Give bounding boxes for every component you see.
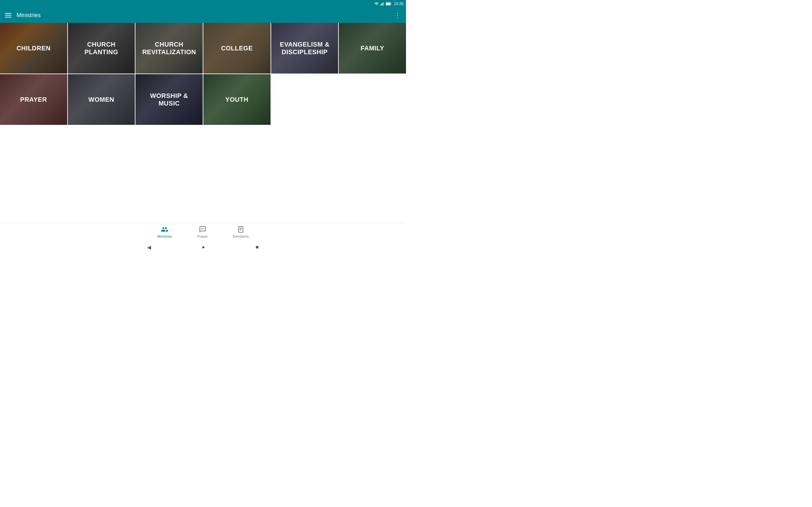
app-bar-title: Ministries <box>16 12 41 19</box>
grid-item-college-label: COLLEGE <box>203 23 270 73</box>
svg-rect-10 <box>240 228 242 228</box>
grid-item-prayer[interactable]: PRAYER <box>0 74 67 125</box>
android-back-button[interactable]: ◀ <box>147 244 151 250</box>
grid-item-family[interactable]: FAMILY <box>339 23 406 73</box>
svg-point-9 <box>203 228 204 229</box>
svg-point-8 <box>202 228 203 229</box>
time-display: 10:26 <box>394 2 403 6</box>
nav-item-ministries[interactable]: Ministries <box>157 226 172 238</box>
nav-item-devotions-label: Devotions <box>233 234 249 238</box>
ministries-grid: CHILDREN CHURCH PLANTING CHURCH REVITALI… <box>0 23 406 125</box>
app-bar: Ministries ⋮ <box>0 8 406 23</box>
grid-item-children[interactable]: CHILDREN <box>0 23 67 73</box>
svg-rect-12 <box>240 230 241 230</box>
people-icon <box>161 226 168 233</box>
grid-item-church-revitalization[interactable]: CHURCH REVITALIZATION <box>136 23 203 73</box>
svg-rect-0 <box>380 4 381 5</box>
book-icon <box>237 226 245 233</box>
android-home-button[interactable]: ● <box>202 244 205 250</box>
svg-rect-1 <box>381 4 382 5</box>
grid-item-worship-label: WORSHIP & MUSIC <box>136 74 203 125</box>
grid-item-children-label: CHILDREN <box>0 23 67 73</box>
nav-item-devotions[interactable]: Devotions <box>233 226 249 238</box>
svg-rect-5 <box>391 3 391 5</box>
grid-item-church-revitalization-label: CHURCH REVITALIZATION <box>136 23 203 73</box>
chat-icon <box>199 226 206 233</box>
grid-item-family-label: FAMILY <box>339 23 406 73</box>
grid-item-youth-label: YOUTH <box>203 74 270 125</box>
signal-icon <box>380 2 385 6</box>
svg-rect-2 <box>382 3 383 6</box>
hamburger-menu-button[interactable] <box>5 13 11 17</box>
nav-item-prayer-label: Prayer <box>198 234 208 238</box>
grid-item-women[interactable]: WOMEN <box>68 74 135 125</box>
status-bar: 10:26 <box>0 0 406 8</box>
battery-icon <box>386 2 392 6</box>
more-options-button[interactable]: ⋮ <box>394 11 401 19</box>
android-navigation-bar: ◀ ● ■ <box>0 241 406 253</box>
grid-item-evangelism[interactable]: EVANGELISM & DISCIPLESHIP <box>271 23 339 73</box>
svg-rect-3 <box>383 2 384 5</box>
grid-item-prayer-label: PRAYER <box>0 74 67 125</box>
status-icons: 10:26 <box>374 2 403 6</box>
nav-item-prayer[interactable]: Prayer <box>198 226 208 238</box>
grid-item-youth[interactable]: YOUTH <box>203 74 270 125</box>
android-recents-button[interactable]: ■ <box>256 244 259 250</box>
grid-item-college[interactable]: COLLEGE <box>203 23 270 73</box>
svg-rect-6 <box>386 3 390 5</box>
nav-item-ministries-label: Ministries <box>157 234 172 238</box>
grid-item-church-planting-label: CHURCH PLANTING <box>68 23 135 73</box>
grid-item-worship[interactable]: WORSHIP & MUSIC <box>136 74 203 125</box>
wifi-icon <box>374 2 379 6</box>
grid-item-evangelism-label: EVANGELISM & DISCIPLESHIP <box>271 23 339 73</box>
svg-rect-11 <box>240 229 242 229</box>
svg-point-7 <box>201 228 202 229</box>
grid-item-women-label: WOMEN <box>68 74 135 125</box>
grid-item-church-planting[interactable]: CHURCH PLANTING <box>68 23 135 73</box>
bottom-navigation: Ministries Prayer Devotions <box>0 223 406 241</box>
